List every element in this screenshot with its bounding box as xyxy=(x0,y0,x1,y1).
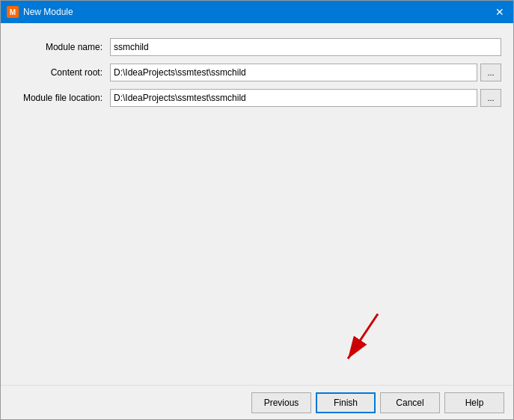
title-bar-left: M New Module xyxy=(7,6,73,18)
module-name-input[interactable] xyxy=(110,38,501,56)
cancel-button[interactable]: Cancel xyxy=(380,392,440,413)
arrow-area xyxy=(13,362,501,370)
content-root-input[interactable] xyxy=(110,64,477,81)
previous-button[interactable]: Previous xyxy=(251,392,311,413)
content-root-browse-button[interactable]: ... xyxy=(480,64,501,81)
content-spacer xyxy=(13,114,501,362)
module-name-input-wrapper xyxy=(110,38,501,56)
window-title: New Module xyxy=(23,7,73,17)
module-file-browse-button[interactable]: ... xyxy=(480,89,501,107)
module-name-label: Module name: xyxy=(13,42,110,52)
module-file-label: Module file location: xyxy=(13,93,110,103)
module-file-input[interactable] xyxy=(110,89,477,107)
dialog-footer: Previous Finish Cancel Help xyxy=(1,385,513,419)
content-root-row: Content root: ... xyxy=(13,64,501,81)
module-file-row: Module file location: ... xyxy=(13,89,501,107)
new-module-dialog: M New Module ✕ Module name: Content root… xyxy=(0,0,514,420)
content-root-label: Content root: xyxy=(13,67,110,78)
module-name-row: Module name: xyxy=(13,38,501,56)
module-file-input-wrapper: ... xyxy=(110,89,501,107)
title-bar: M New Module ✕ xyxy=(1,1,513,23)
close-button[interactable]: ✕ xyxy=(492,4,507,19)
dialog-content: Module name: Content root: ... Module fi… xyxy=(1,23,513,385)
finish-button[interactable]: Finish xyxy=(316,392,376,413)
svg-line-1 xyxy=(348,314,378,359)
help-button[interactable]: Help xyxy=(444,392,504,413)
content-root-input-wrapper: ... xyxy=(110,64,501,81)
app-icon: M xyxy=(7,6,19,18)
finish-arrow xyxy=(333,310,393,370)
